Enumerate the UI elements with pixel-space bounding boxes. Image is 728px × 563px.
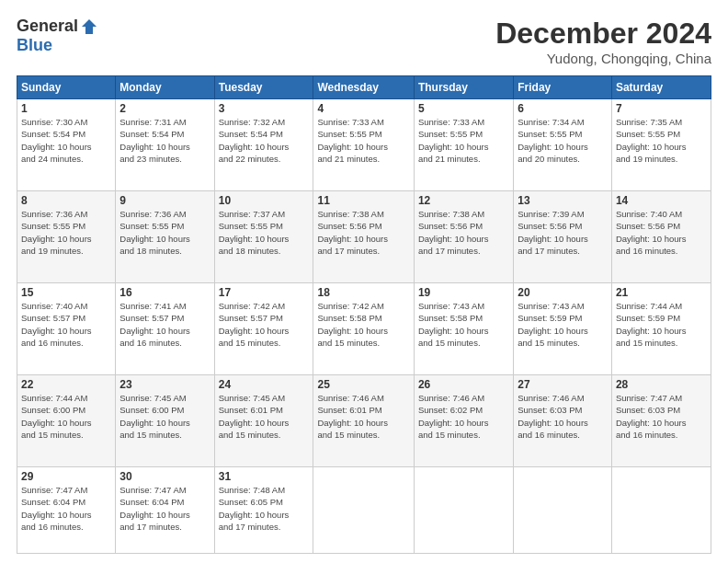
day-info: Sunrise: 7:42 AM Sunset: 5:57 PM Dayligh… <box>219 300 310 349</box>
day-number: 27 <box>518 378 608 391</box>
day-info: Sunrise: 7:37 AM Sunset: 5:55 PM Dayligh… <box>219 208 310 257</box>
table-row: 9Sunrise: 7:36 AM Sunset: 5:55 PM Daylig… <box>116 191 214 283</box>
table-row: 20Sunrise: 7:43 AM Sunset: 5:59 PM Dayli… <box>514 283 612 375</box>
table-row: 13Sunrise: 7:39 AM Sunset: 5:56 PM Dayli… <box>514 191 612 283</box>
day-number: 20 <box>518 286 608 299</box>
table-row <box>514 467 612 554</box>
day-number: 19 <box>418 286 509 299</box>
table-row: 22Sunrise: 7:44 AM Sunset: 6:00 PM Dayli… <box>17 375 116 467</box>
col-monday: Monday <box>116 76 214 99</box>
title-block: December 2024 Yudong, Chongqing, China <box>495 17 711 66</box>
day-number: 2 <box>119 102 210 115</box>
day-number: 13 <box>518 194 608 207</box>
day-info: Sunrise: 7:41 AM Sunset: 5:57 PM Dayligh… <box>119 300 210 349</box>
day-number: 21 <box>616 286 707 299</box>
day-info: Sunrise: 7:47 AM Sunset: 6:04 PM Dayligh… <box>21 484 111 533</box>
day-info: Sunrise: 7:45 AM Sunset: 6:00 PM Dayligh… <box>119 392 210 441</box>
day-info: Sunrise: 7:46 AM Sunset: 6:03 PM Dayligh… <box>518 392 608 441</box>
day-info: Sunrise: 7:34 AM Sunset: 5:55 PM Dayligh… <box>518 116 608 165</box>
day-number: 5 <box>418 102 509 115</box>
day-number: 14 <box>616 194 707 207</box>
day-number: 17 <box>219 286 310 299</box>
day-number: 22 <box>21 378 111 391</box>
day-info: Sunrise: 7:33 AM Sunset: 5:55 PM Dayligh… <box>418 116 509 165</box>
table-row: 1Sunrise: 7:30 AM Sunset: 5:54 PM Daylig… <box>17 99 116 191</box>
table-row: 12Sunrise: 7:38 AM Sunset: 5:56 PM Dayli… <box>414 191 513 283</box>
table-row: 17Sunrise: 7:42 AM Sunset: 5:57 PM Dayli… <box>214 283 313 375</box>
logo-icon <box>80 17 98 36</box>
table-row <box>611 467 711 554</box>
day-info: Sunrise: 7:38 AM Sunset: 5:56 PM Dayligh… <box>418 208 509 257</box>
month-title: December 2024 <box>495 17 711 51</box>
day-info: Sunrise: 7:30 AM Sunset: 5:54 PM Dayligh… <box>21 116 111 165</box>
table-row: 3Sunrise: 7:32 AM Sunset: 5:54 PM Daylig… <box>214 99 313 191</box>
table-row: 30Sunrise: 7:47 AM Sunset: 6:04 PM Dayli… <box>116 467 214 554</box>
table-row: 6Sunrise: 7:34 AM Sunset: 5:55 PM Daylig… <box>514 99 612 191</box>
day-number: 7 <box>616 102 707 115</box>
day-info: Sunrise: 7:43 AM Sunset: 5:58 PM Dayligh… <box>418 300 509 349</box>
day-info: Sunrise: 7:40 AM Sunset: 5:56 PM Dayligh… <box>616 208 707 257</box>
day-info: Sunrise: 7:31 AM Sunset: 5:54 PM Dayligh… <box>119 116 210 165</box>
day-info: Sunrise: 7:44 AM Sunset: 5:59 PM Dayligh… <box>616 300 707 349</box>
day-info: Sunrise: 7:45 AM Sunset: 6:01 PM Dayligh… <box>219 392 310 441</box>
table-row: 24Sunrise: 7:45 AM Sunset: 6:01 PM Dayli… <box>214 375 313 467</box>
day-number: 28 <box>616 378 707 391</box>
calendar-header-row: Sunday Monday Tuesday Wednesday Thursday… <box>17 76 711 99</box>
table-row: 14Sunrise: 7:40 AM Sunset: 5:56 PM Dayli… <box>611 191 711 283</box>
table-row <box>313 467 414 554</box>
day-info: Sunrise: 7:43 AM Sunset: 5:59 PM Dayligh… <box>518 300 608 349</box>
table-row: 7Sunrise: 7:35 AM Sunset: 5:55 PM Daylig… <box>611 99 711 191</box>
table-row: 31Sunrise: 7:48 AM Sunset: 6:05 PM Dayli… <box>214 467 313 554</box>
day-number: 4 <box>317 102 409 115</box>
day-info: Sunrise: 7:36 AM Sunset: 5:55 PM Dayligh… <box>21 208 111 257</box>
table-row: 11Sunrise: 7:38 AM Sunset: 5:56 PM Dayli… <box>313 191 414 283</box>
day-number: 1 <box>21 102 111 115</box>
col-tuesday: Tuesday <box>214 76 313 99</box>
day-info: Sunrise: 7:48 AM Sunset: 6:05 PM Dayligh… <box>219 484 310 533</box>
day-info: Sunrise: 7:46 AM Sunset: 6:02 PM Dayligh… <box>418 392 509 441</box>
day-number: 23 <box>119 378 210 391</box>
day-number: 26 <box>418 378 509 391</box>
day-number: 11 <box>317 194 409 207</box>
day-info: Sunrise: 7:35 AM Sunset: 5:55 PM Dayligh… <box>616 116 707 165</box>
col-thursday: Thursday <box>414 76 513 99</box>
day-info: Sunrise: 7:47 AM Sunset: 6:04 PM Dayligh… <box>119 484 210 533</box>
table-row: 15Sunrise: 7:40 AM Sunset: 5:57 PM Dayli… <box>17 283 116 375</box>
table-row: 18Sunrise: 7:42 AM Sunset: 5:58 PM Dayli… <box>313 283 414 375</box>
day-info: Sunrise: 7:33 AM Sunset: 5:55 PM Dayligh… <box>317 116 409 165</box>
table-row: 28Sunrise: 7:47 AM Sunset: 6:03 PM Dayli… <box>611 375 711 467</box>
day-info: Sunrise: 7:47 AM Sunset: 6:03 PM Dayligh… <box>616 392 707 441</box>
table-row: 2Sunrise: 7:31 AM Sunset: 5:54 PM Daylig… <box>116 99 214 191</box>
day-info: Sunrise: 7:46 AM Sunset: 6:01 PM Dayligh… <box>317 392 409 441</box>
col-saturday: Saturday <box>611 76 711 99</box>
col-wednesday: Wednesday <box>313 76 414 99</box>
table-row: 27Sunrise: 7:46 AM Sunset: 6:03 PM Dayli… <box>514 375 612 467</box>
logo-blue-text: Blue <box>17 36 52 55</box>
table-row: 16Sunrise: 7:41 AM Sunset: 5:57 PM Dayli… <box>116 283 214 375</box>
day-info: Sunrise: 7:42 AM Sunset: 5:58 PM Dayligh… <box>317 300 409 349</box>
day-number: 9 <box>119 194 210 207</box>
day-number: 30 <box>119 470 210 483</box>
logo-general-text: General <box>17 17 78 36</box>
logo: General Blue <box>17 17 98 55</box>
day-number: 24 <box>219 378 310 391</box>
table-row: 26Sunrise: 7:46 AM Sunset: 6:02 PM Dayli… <box>414 375 513 467</box>
location: Yudong, Chongqing, China <box>495 51 711 66</box>
table-row: 23Sunrise: 7:45 AM Sunset: 6:00 PM Dayli… <box>116 375 214 467</box>
table-row: 8Sunrise: 7:36 AM Sunset: 5:55 PM Daylig… <box>17 191 116 283</box>
day-number: 16 <box>119 286 210 299</box>
calendar-table: Sunday Monday Tuesday Wednesday Thursday… <box>17 75 711 554</box>
header: General Blue December 2024 Yudong, Chong… <box>17 17 711 66</box>
col-sunday: Sunday <box>17 76 116 99</box>
table-row: 5Sunrise: 7:33 AM Sunset: 5:55 PM Daylig… <box>414 99 513 191</box>
day-info: Sunrise: 7:40 AM Sunset: 5:57 PM Dayligh… <box>21 300 111 349</box>
table-row: 4Sunrise: 7:33 AM Sunset: 5:55 PM Daylig… <box>313 99 414 191</box>
day-number: 12 <box>418 194 509 207</box>
day-number: 8 <box>21 194 111 207</box>
table-row: 29Sunrise: 7:47 AM Sunset: 6:04 PM Dayli… <box>17 467 116 554</box>
table-row <box>414 467 513 554</box>
svg-marker-0 <box>82 19 97 34</box>
day-number: 31 <box>219 470 310 483</box>
day-info: Sunrise: 7:44 AM Sunset: 6:00 PM Dayligh… <box>21 392 111 441</box>
table-row: 25Sunrise: 7:46 AM Sunset: 6:01 PM Dayli… <box>313 375 414 467</box>
